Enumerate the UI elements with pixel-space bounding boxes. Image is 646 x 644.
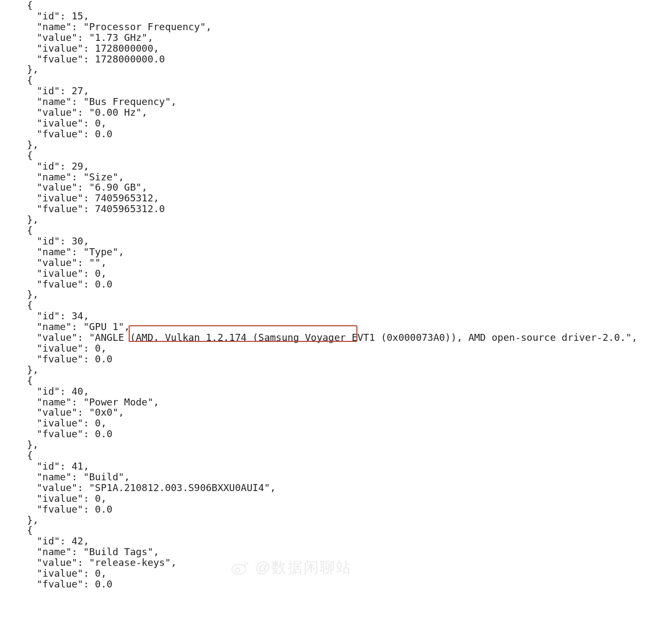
entry-ivalue: "ivalue": 7405965312, (27, 193, 646, 204)
entry-fvalue: "fvalue": 0.0 (27, 279, 646, 290)
json-code-block: {"id": 15,"name": "Processor Frequency",… (0, 0, 646, 590)
entry-value: "value": "release-keys", (27, 557, 646, 568)
entry-ivalue: "ivalue": 1728000000, (27, 43, 646, 54)
entry-close-brace: }, (27, 439, 646, 450)
entry-value: "value": "", (27, 257, 646, 268)
entry-ivalue: "ivalue": 0, (27, 343, 646, 354)
entry-fvalue: "fvalue": 0.0 (27, 429, 646, 439)
entry-ivalue: "ivalue": 0, (27, 568, 646, 579)
entry-id: "id": 40, (27, 386, 646, 397)
entry-fvalue: "fvalue": 0.0 (27, 129, 646, 139)
entry-id: "id": 27, (27, 86, 646, 96)
entry-ivalue: "ivalue": 0, (27, 268, 646, 279)
entry-ivalue: "ivalue": 0, (27, 493, 646, 504)
entry-name: "name": "GPU 1", (27, 321, 646, 332)
entry-ivalue: "ivalue": 0, (27, 118, 646, 129)
entry-name: "name": "Power Mode", (27, 397, 646, 408)
entry-close-brace: }, (27, 365, 646, 375)
entry-open-brace: { (27, 75, 646, 86)
entry-ivalue: "ivalue": 0, (27, 418, 646, 429)
entry-value: "value": "ANGLE (AMD, Vulkan 1.2.174 (Sa… (27, 332, 646, 343)
entry-value: "value": "1.73 GHz", (27, 32, 646, 43)
entry-fvalue: "fvalue": 7405965312.0 (27, 204, 646, 214)
entry-name: "name": "Processor Frequency", (27, 22, 646, 32)
entry-open-brace: { (27, 0, 646, 11)
entry-close-brace: }, (27, 515, 646, 526)
entry-id: "id": 29, (27, 161, 646, 172)
entry-open-brace: { (27, 225, 646, 236)
entry-close-brace: }, (27, 139, 646, 150)
entry-close-brace: }, (27, 64, 646, 75)
entry-close-brace: }, (27, 289, 646, 300)
entry-id: "id": 42, (27, 536, 646, 547)
entry-name: "name": "Size", (27, 172, 646, 183)
entry-name: "name": "Type", (27, 247, 646, 257)
entry-open-brace: { (27, 450, 646, 461)
entry-fvalue: "fvalue": 0.0 (27, 504, 646, 515)
entry-open-brace: { (27, 150, 646, 161)
entry-value: "value": "0.00 Hz", (27, 107, 646, 118)
entry-name: "name": "Build", (27, 472, 646, 482)
entry-id: "id": 41, (27, 461, 646, 472)
entry-value: "value": "0x0", (27, 407, 646, 418)
entry-name: "name": "Bus Frequency", (27, 96, 646, 107)
entry-open-brace: { (27, 525, 646, 536)
entry-fvalue: "fvalue": 1728000000.0 (27, 54, 646, 65)
entry-close-brace: }, (27, 214, 646, 225)
entry-open-brace: { (27, 375, 646, 386)
entry-value: "value": "6.90 GB", (27, 182, 646, 193)
entry-name: "name": "Build Tags", (27, 547, 646, 557)
entry-open-brace: { (27, 300, 646, 311)
entry-fvalue: "fvalue": 0.0 (27, 579, 646, 590)
entry-fvalue: "fvalue": 0.0 (27, 354, 646, 365)
entry-id: "id": 15, (27, 11, 646, 22)
entry-value: "value": "SP1A.210812.003.S906BXXU0AUI4"… (27, 482, 646, 493)
entry-id: "id": 34, (27, 311, 646, 321)
entry-id: "id": 30, (27, 236, 646, 247)
